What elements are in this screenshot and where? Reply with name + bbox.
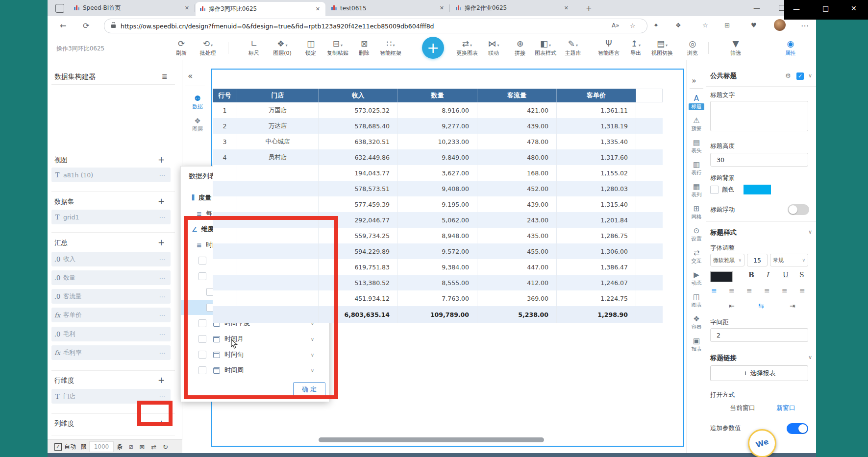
- open-mode-new[interactable]: 新窗口: [776, 404, 795, 412]
- table-row[interactable]: 4员村店632,449.869,849.00480.001,317.60: [213, 149, 663, 165]
- toolbar-item-view-switch-icon[interactable]: ▤▾视图切换: [645, 38, 679, 57]
- panel-tab-设置[interactable]: ⊙设置: [687, 226, 706, 242]
- browser-tab[interactable]: test0615✕: [327, 0, 449, 16]
- refresh-query-icon[interactable]: ↻: [163, 443, 168, 451]
- field-item[interactable]: Tgrid1⋯: [51, 210, 171, 224]
- align-button-5[interactable]: ≡: [799, 287, 805, 294]
- table-row[interactable]: 578,573.519,408.00452.001,280.03: [213, 181, 663, 196]
- field-item[interactable]: .0毛利⋯: [51, 327, 171, 341]
- title-float-toggle[interactable]: [788, 204, 809, 215]
- open-mode-current[interactable]: 当前窗口: [730, 404, 755, 412]
- toolbar-item-props-icon[interactable]: ◉属性: [774, 38, 807, 57]
- limit-input[interactable]: 1000: [89, 441, 114, 452]
- panel-tab-表行[interactable]: ▥表行: [687, 160, 706, 176]
- new-tab-button[interactable]: +: [586, 4, 592, 13]
- panel-tab-图表[interactable]: ◫图表: [687, 292, 706, 309]
- column-header[interactable]: 门店: [237, 89, 319, 102]
- gear-icon[interactable]: ⚙: [785, 72, 791, 79]
- panel-tab-网格[interactable]: ⊞网格: [687, 204, 706, 220]
- align-right-edge-button[interactable]: ⇥: [790, 302, 795, 310]
- collapse-list-icon[interactable]: ≣: [162, 72, 168, 80]
- toolbar-item-browse-icon[interactable]: ◎浏览: [676, 38, 709, 57]
- tab-close-icon[interactable]: ✕: [438, 5, 446, 11]
- more-menu-icon[interactable]: ⋯: [801, 21, 809, 30]
- column-header[interactable]: 客单价: [557, 89, 636, 102]
- font-color-swatch[interactable]: [710, 271, 733, 282]
- panel-tab-动态[interactable]: ▶动态: [687, 270, 706, 287]
- font-weight-select[interactable]: 常规∨: [770, 254, 808, 266]
- horizontal-scrollbar[interactable]: [319, 437, 544, 442]
- add-widget-button[interactable]: +: [422, 37, 444, 59]
- url-input[interactable]: https://ow.speedbi.cn/design?fmenuid=0&f…: [104, 19, 647, 33]
- table-row[interactable]: 3中心城店638,320.5110,233.00478.001,335.40: [213, 134, 663, 149]
- browser-essentials-icon[interactable]: ♥: [751, 22, 757, 29]
- select-report-button[interactable]: + 选择报表: [710, 365, 808, 381]
- table-row[interactable]: 2万达店578,685.409,277.00439.001,318.19: [213, 118, 663, 134]
- remote-maximize-icon[interactable]: □: [822, 4, 829, 12]
- title-height-input[interactable]: 30: [710, 153, 808, 167]
- back-icon[interactable]: ←: [60, 21, 66, 30]
- tab-close-icon[interactable]: ✕: [183, 5, 191, 11]
- align-left-edge-button[interactable]: ⇤: [729, 302, 735, 310]
- font-family-select[interactable]: 微软雅黑∨: [710, 254, 744, 266]
- favorites-bar-icon[interactable]: ☆: [702, 22, 708, 29]
- field-more-icon[interactable]: ⋯: [159, 274, 166, 282]
- spacing-input[interactable]: 2: [710, 328, 808, 342]
- refresh-icon[interactable]: ⟳: [83, 21, 89, 30]
- field-item[interactable]: .0收入⋯: [51, 252, 171, 266]
- panel-tab-交互[interactable]: ⇄交互: [687, 248, 706, 265]
- panel-tab-标题[interactable]: A标题: [687, 94, 706, 110]
- tab-close-icon[interactable]: ✕: [314, 6, 322, 12]
- panel-tab-表列[interactable]: ▦表列: [687, 182, 706, 198]
- field-more-icon[interactable]: ⋯: [159, 393, 166, 400]
- column-header[interactable]: 行号: [213, 89, 237, 102]
- italic-button[interactable]: I: [766, 271, 769, 279]
- field-more-icon[interactable]: ⋯: [159, 171, 166, 179]
- transpose-icon[interactable]: ⇄: [151, 443, 156, 451]
- toolbar-item-smart-frame-icon[interactable]: ∷▾智能框架: [374, 38, 407, 57]
- remote-minimize-icon[interactable]: —: [793, 5, 800, 13]
- collapse-strip-icon[interactable]: »: [692, 76, 696, 85]
- tab-actions-icon[interactable]: [55, 4, 64, 13]
- clear-icon[interactable]: ⊠: [139, 443, 145, 451]
- append-param-toggle[interactable]: [787, 423, 808, 434]
- field-item[interactable]: fx客单价⋯: [51, 308, 171, 322]
- toolbar-item-theme-icon[interactable]: ✎▾主题库: [556, 38, 590, 57]
- column-header[interactable]: 收入: [319, 89, 398, 102]
- align-button-2[interactable]: ≡: [746, 287, 752, 294]
- field-item[interactable]: fx毛利率⋯: [51, 345, 171, 360]
- data-tab[interactable]: ⚉ 数据: [187, 94, 208, 110]
- bg-color-checkbox[interactable]: [710, 186, 719, 194]
- field-more-icon[interactable]: ⋯: [159, 331, 166, 338]
- align-button-3[interactable]: ≡: [764, 287, 770, 294]
- preview-window-icon[interactable]: ⧄: [129, 443, 133, 451]
- bold-button[interactable]: B: [748, 271, 754, 279]
- section-add-button[interactable]: +: [156, 155, 166, 165]
- chevron-down-icon[interactable]: ∨: [808, 354, 812, 361]
- table-row[interactable]: 1万国店573,025.328,916.00421.001,361.11: [213, 102, 663, 118]
- bg-color-swatch[interactable]: [744, 185, 771, 194]
- align-button-1[interactable]: ≡: [729, 287, 735, 294]
- align-button-0[interactable]: ≡: [711, 287, 717, 294]
- field-item[interactable]: Ta81h (10)⋯: [51, 168, 171, 182]
- column-header[interactable]: 数量: [398, 89, 477, 102]
- table-row[interactable]: 577,459.399,195.00439.001,315.40: [213, 196, 663, 212]
- remote-close-icon[interactable]: ✕: [851, 4, 857, 12]
- column-header[interactable]: 客流量: [477, 89, 557, 102]
- field-more-icon[interactable]: ⋯: [159, 349, 166, 357]
- panel-tab-预警[interactable]: ⚠预警: [687, 116, 706, 132]
- read-aloud-icon[interactable]: A»: [612, 22, 620, 29]
- panel-tab-容器[interactable]: ❖容器: [687, 314, 706, 331]
- favorite-star-icon[interactable]: ☆: [630, 22, 636, 29]
- align-button-4[interactable]: ≡: [782, 287, 788, 294]
- field-more-icon[interactable]: ⋯: [159, 256, 166, 263]
- panel-tab-表头[interactable]: ▤表头: [687, 138, 706, 154]
- section-add-button[interactable]: +: [156, 375, 166, 385]
- toolbar-item-batch-icon[interactable]: ⟲▾批处理: [191, 38, 224, 57]
- field-more-icon[interactable]: ⋯: [159, 214, 166, 221]
- browser-minimize-icon[interactable]: —: [753, 4, 760, 12]
- layers-tab[interactable]: ❖ 图层: [187, 117, 208, 133]
- avatar[interactable]: [774, 19, 786, 31]
- title-text-input[interactable]: [710, 101, 808, 131]
- table-row[interactable]: 194,043.773,627.00168.001,155.02: [213, 165, 663, 181]
